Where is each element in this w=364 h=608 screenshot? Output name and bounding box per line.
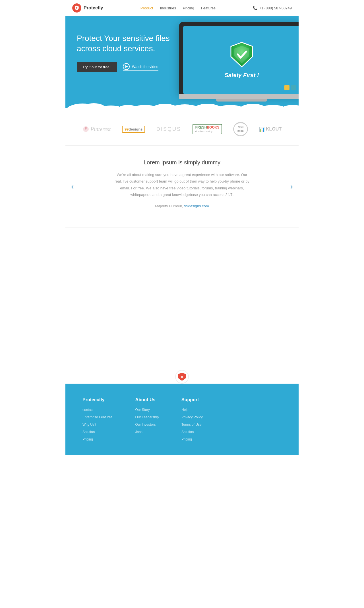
main-content-area: [65, 228, 299, 370]
testimonial-title: Lorem Ipsum is simply dummy: [94, 159, 270, 166]
laptop-frame: Safety First !: [179, 22, 299, 94]
svg-rect-16: [65, 108, 299, 113]
list-item: Terms of Use: [181, 422, 203, 427]
brand-99designs: 99designs: [122, 126, 145, 133]
phone-icon: 📞: [253, 6, 257, 10]
footer-columns: Proteectly contact Enterprise Features W…: [82, 397, 282, 444]
nav-links: Product Industries Pricing Features: [140, 6, 216, 10]
footer-support-links: Help Privacy Policy Terms of Use Solutio…: [181, 407, 203, 442]
footer-col-support: Support Help Privacy Policy Terms of Use…: [181, 397, 203, 444]
carousel-prev-button[interactable]: ‹: [71, 182, 74, 191]
svg-point-20: [181, 376, 183, 377]
status-icon-1: [284, 85, 289, 90]
laptop-status-icons: [284, 85, 296, 90]
footer-col-about: About Us Our Story Our Leadership Our In…: [135, 397, 159, 444]
nav-features[interactable]: Features: [201, 6, 216, 10]
list-item: Our Leadership: [135, 414, 159, 419]
watch-video-link[interactable]: Watch the video: [123, 63, 158, 71]
laptop-screen: Safety First !: [183, 26, 299, 94]
footer-link-leadership[interactable]: Our Leadership: [135, 415, 159, 419]
footer-brand-title: Proteectly: [82, 397, 112, 402]
testimonial-author-link[interactable]: 99designs.com: [184, 204, 209, 208]
hero-laptop: Safety First !: [179, 22, 299, 99]
footer-brand-links: contact Enterprise Features Why Us? Solu…: [82, 407, 112, 442]
footer-about-title: About Us: [135, 397, 159, 402]
brands-section: P Pinterest 99designs DISQUS FRESHBOOKSc…: [65, 113, 299, 146]
footer-shield-circle: [175, 370, 189, 384]
hero-buttons: Try it out for free ! Watch the video: [77, 62, 173, 72]
carousel-next-button[interactable]: ›: [290, 182, 293, 191]
footer-link-pricing[interactable]: Pricing: [82, 437, 93, 441]
svg-text:P: P: [84, 127, 87, 131]
footer-link-why[interactable]: Why Us?: [82, 423, 96, 427]
brand-newrelic: NewRelic.: [233, 122, 248, 136]
list-item: Solution: [82, 429, 112, 434]
footer-shield-icon: [178, 373, 186, 381]
nav-pricing[interactable]: Pricing: [183, 6, 194, 10]
list-item: Our Story: [135, 407, 159, 412]
brand-freshbooks: FRESHBOOKScloud accounting: [193, 124, 222, 134]
list-item: Help: [181, 407, 203, 412]
nav-industries[interactable]: Industries: [160, 6, 176, 10]
testimonial-author: Majority Humour, 99designs.com: [114, 203, 250, 209]
nav-product[interactable]: Product: [140, 6, 153, 10]
list-item: Enterprise Features: [82, 414, 112, 419]
try-free-button[interactable]: Try it out for free !: [77, 62, 117, 72]
list-item: Jobs: [135, 429, 159, 434]
hero-headline: Protect Your sensitive files across clou…: [77, 33, 173, 54]
footer-shield-wrap: [175, 370, 189, 384]
footer-about-links: Our Story Our Leadership Our Investors J…: [135, 407, 159, 434]
logo-text: Protectly: [84, 5, 103, 11]
footer-link-jobs[interactable]: Jobs: [135, 430, 142, 434]
footer-link-solution[interactable]: Solution: [82, 430, 95, 434]
list-item: Our Investors: [135, 422, 159, 427]
footer-link-our-story[interactable]: Our Story: [135, 408, 150, 412]
footer: Proteectly contact Enterprise Features W…: [65, 384, 299, 455]
list-item: Why Us?: [82, 422, 112, 427]
safety-text: Safety First !: [224, 72, 259, 78]
testimonial-body: We're all about making sure you have a g…: [114, 171, 250, 198]
footer-link-pricing2[interactable]: Pricing: [181, 437, 192, 441]
footer-link-enterprise[interactable]: Enterprise Features: [82, 415, 112, 419]
testimonial-section: ‹ Lorem Ipsum is simply dummy We're all …: [65, 146, 299, 228]
footer-link-contact[interactable]: contact: [82, 408, 94, 412]
shield-icon: [230, 42, 253, 67]
list-item: Pricing: [181, 437, 203, 442]
hero-section: Protect Your sensitive files across clou…: [65, 16, 299, 113]
status-icon-2: [291, 85, 296, 90]
footer-link-terms[interactable]: Terms of Use: [181, 423, 202, 427]
navbar: Protectly Product Industries Pricing Fea…: [65, 0, 299, 16]
footer-link-privacy[interactable]: Privacy Policy: [181, 415, 203, 419]
logo[interactable]: Protectly: [72, 3, 103, 13]
phone-number: 📞 +1 (888) 587-58749: [253, 6, 292, 10]
footer-link-solution2[interactable]: Solution: [181, 430, 194, 434]
hero-content: Protect Your sensitive files across clou…: [77, 33, 173, 72]
list-item: Pricing: [82, 437, 112, 442]
brand-pinterest: P Pinterest: [82, 126, 111, 133]
footer-col-brand: Proteectly contact Enterprise Features W…: [82, 397, 112, 444]
footer-support-title: Support: [181, 397, 203, 402]
footer-divider: [65, 370, 299, 384]
list-item: Privacy Policy: [181, 414, 203, 419]
list-item: contact: [82, 407, 112, 412]
list-item: Solution: [181, 429, 203, 434]
logo-icon: [72, 3, 81, 13]
brand-disqus: DISQUS: [156, 126, 181, 132]
brand-klout: 📊 KLOUT: [259, 127, 282, 132]
hero-clouds: [65, 96, 299, 113]
play-triangle: [125, 65, 128, 68]
footer-link-help[interactable]: Help: [181, 408, 189, 412]
play-icon: [123, 63, 130, 70]
footer-link-investors[interactable]: Our Investors: [135, 423, 156, 427]
